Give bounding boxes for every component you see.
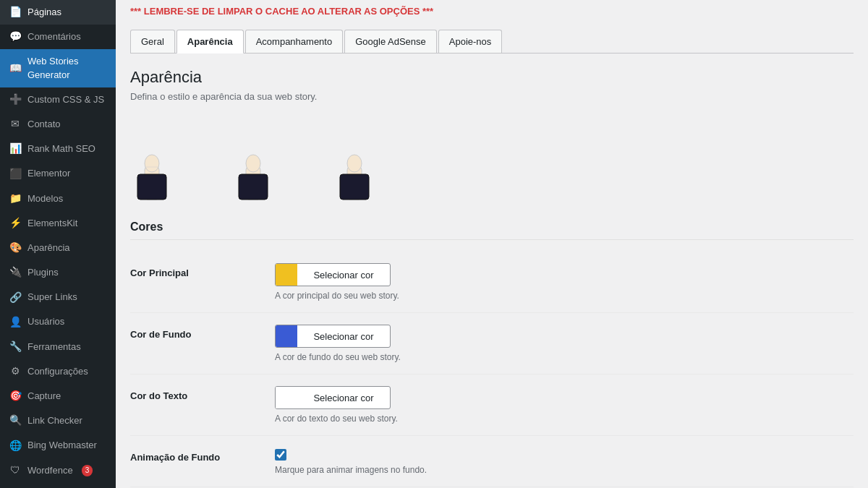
sidebar-item-elementor[interactable]: ⬛Elementor [0, 161, 116, 186]
svg-point-8 [347, 155, 362, 172]
sidebar-item-wordfence[interactable]: 🛡Wordfence3 [0, 458, 116, 483]
svg-rect-2 [137, 174, 166, 200]
sidebar-item-link-checker[interactable]: 🔍Link Checker [0, 408, 116, 433]
sidebar: 📄Páginas💬Comentários📖Web Stories Generat… [0, 0, 116, 488]
sidebar-icon-elementor: ⬛ [9, 167, 22, 180]
cor-texto-label: Cor do Texto [130, 386, 275, 401]
cor-principal-row: Cor Principal Selecionar cor A cor princ… [130, 252, 854, 313]
sidebar-label-comentarios: Comentários [27, 30, 81, 43]
page-subtitle: Defina o estilo e aparência da sua web s… [130, 91, 854, 102]
sidebar-item-loginizer[interactable]: 🔒Loginizer Security [0, 483, 116, 488]
sidebar-icon-plugins: 🔌 [9, 266, 22, 279]
svg-rect-9 [340, 174, 369, 200]
sidebar-icon-contato: ✉ [9, 118, 22, 131]
sidebar-icon-rank-math: 📊 [9, 142, 22, 155]
cor-texto-button-label: Selecionar cor [297, 393, 390, 403]
cor-fundo-button[interactable]: Selecionar cor [275, 325, 391, 348]
sidebar-label-elementskit: ElementsKit [27, 217, 77, 230]
cor-texto-control: Selecionar cor A cor do texto do seu web… [275, 386, 854, 424]
svg-point-5 [246, 155, 260, 172]
cor-principal-control: Selecionar cor A cor principal do seu we… [275, 263, 854, 301]
fingers-decoration [130, 116, 854, 203]
sidebar-item-capture[interactable]: 🎯Capture [0, 384, 116, 408]
sidebar-label-wordfence: Wordfence [27, 464, 73, 477]
sidebar-icon-web-stories: 📖 [9, 62, 22, 75]
sidebar-item-modelos[interactable]: 📁Modelos [0, 187, 116, 211]
cor-fundo-control: Selecionar cor A cor de fundo do seu web… [275, 325, 854, 362]
animacao-fundo-control: Marque para animar imagens no fundo. [275, 448, 854, 475]
sidebar-icon-ferramentas: 🔧 [9, 341, 22, 354]
sidebar-icon-modelos: 📁 [9, 192, 22, 205]
cor-fundo-row: Cor de Fundo Selecionar cor A cor de fun… [130, 313, 854, 374]
tabs-bar: GeralAparênciaAcompanhamentoGoogle AdSen… [130, 30, 854, 53]
sidebar-item-comentarios[interactable]: 💬Comentários [0, 25, 116, 49]
sidebar-label-web-stories: Web Stories Generator [27, 55, 107, 81]
cor-principal-swatch [276, 264, 297, 286]
sidebar-item-usuarios[interactable]: 👤Usuários [0, 309, 116, 334]
sidebar-item-custom-css[interactable]: ➕Custom CSS & JS [0, 87, 116, 112]
notice-text: *** LEMBRE-SE DE LIMPAR O CACHE AO ALTER… [130, 6, 433, 17]
sidebar-icon-configuracoes: ⚙ [9, 365, 22, 378]
sidebar-label-plugins: Plugins [27, 266, 59, 279]
animacao-fundo-checkbox[interactable] [275, 449, 286, 461]
sidebar-label-elementor: Elementor [27, 167, 70, 180]
sidebar-item-elementskit[interactable]: ⚡ElementsKit [0, 211, 116, 236]
animacao-fundo-hint: Marque para animar imagens no fundo. [275, 465, 854, 475]
sidebar-label-custom-css: Custom CSS & JS [27, 93, 104, 106]
sidebar-icon-link-checker: 🔍 [9, 414, 22, 427]
tab-google-adsense[interactable]: Google AdSense [344, 30, 437, 53]
sidebar-item-web-stories[interactable]: 📖Web Stories Generator [0, 49, 116, 87]
sidebar-item-super-links[interactable]: 🔗Super Links [0, 285, 116, 309]
sidebar-label-modelos: Modelos [27, 192, 63, 205]
sidebar-label-super-links: Super Links [27, 291, 77, 304]
sidebar-icon-wordfence: 🛡 [9, 464, 22, 477]
sidebar-item-rank-math[interactable]: 📊Rank Math SEO [0, 137, 116, 161]
page-title: Aparência [130, 68, 854, 87]
sidebar-item-ferramentas[interactable]: 🔧Ferramentas [0, 335, 116, 359]
cor-texto-swatch [276, 387, 297, 408]
sidebar-icon-comentarios: 💬 [9, 30, 22, 43]
sidebar-icon-custom-css: ➕ [9, 93, 22, 106]
sidebar-label-aparencia: Aparência [27, 241, 70, 254]
sidebar-label-bing-webmaster: Bing Webmaster [27, 439, 97, 452]
cor-texto-row: Cor do Texto Selecionar cor A cor do tex… [130, 374, 854, 436]
sidebar-label-ferramentas: Ferramentas [27, 341, 81, 354]
animacao-fundo-row: Animação de Fundo Marque para animar ima… [130, 436, 854, 487]
sidebar-label-usuarios: Usuários [27, 315, 64, 328]
sidebar-item-aparencia[interactable]: 🎨Aparência [0, 236, 116, 260]
cache-notice: *** LEMBRE-SE DE LIMPAR O CACHE AO ALTER… [116, 0, 868, 22]
sidebar-item-plugins[interactable]: 🔌Plugins [0, 260, 116, 285]
sidebar-label-paginas: Páginas [27, 6, 61, 19]
sidebar-label-contato: Contato [27, 118, 61, 131]
tab-apoie-nos[interactable]: Apoie-nos [438, 30, 503, 53]
cores-section-title: Cores [130, 221, 854, 240]
cor-fundo-label: Cor de Fundo [130, 325, 275, 340]
cor-principal-button[interactable]: Selecionar cor [275, 263, 391, 286]
sidebar-item-configuracoes[interactable]: ⚙Configurações [0, 359, 116, 384]
sidebar-icon-paginas: 📄 [9, 6, 22, 19]
cor-texto-hint: A cor do texto do seu web story. [275, 414, 854, 424]
sidebar-label-link-checker: Link Checker [27, 414, 82, 427]
svg-rect-6 [239, 174, 268, 200]
tab-acompanhamento[interactable]: Acompanhamento [245, 30, 344, 53]
sidebar-icon-capture: 🎯 [9, 390, 22, 403]
sidebar-item-bing-webmaster[interactable]: 🌐Bing Webmaster [0, 433, 116, 458]
sidebar-label-rank-math: Rank Math SEO [27, 142, 95, 155]
sidebar-item-paginas[interactable]: 📄Páginas [0, 0, 116, 25]
svg-point-1 [145, 155, 159, 172]
cor-principal-button-label: Selecionar cor [297, 270, 390, 281]
sidebar-icon-bing-webmaster: 🌐 [9, 439, 22, 452]
sidebar-icon-aparencia: 🎨 [9, 241, 22, 254]
sidebar-label-capture: Capture [27, 390, 61, 403]
cor-fundo-swatch [276, 325, 297, 347]
sidebar-icon-usuarios: 👤 [9, 316, 22, 329]
tab-aparencia[interactable]: Aparência [176, 30, 244, 53]
cor-fundo-button-label: Selecionar cor [297, 331, 390, 342]
sidebar-icon-super-links: 🔗 [9, 291, 22, 304]
sidebar-icon-elementskit: ⚡ [9, 217, 22, 230]
tab-geral[interactable]: Geral [130, 30, 175, 53]
cor-texto-button[interactable]: Selecionar cor [275, 386, 391, 409]
sidebar-item-contato[interactable]: ✉Contato [0, 112, 116, 137]
sidebar-label-configuracoes: Configurações [27, 365, 88, 378]
cor-principal-label: Cor Principal [130, 263, 275, 278]
